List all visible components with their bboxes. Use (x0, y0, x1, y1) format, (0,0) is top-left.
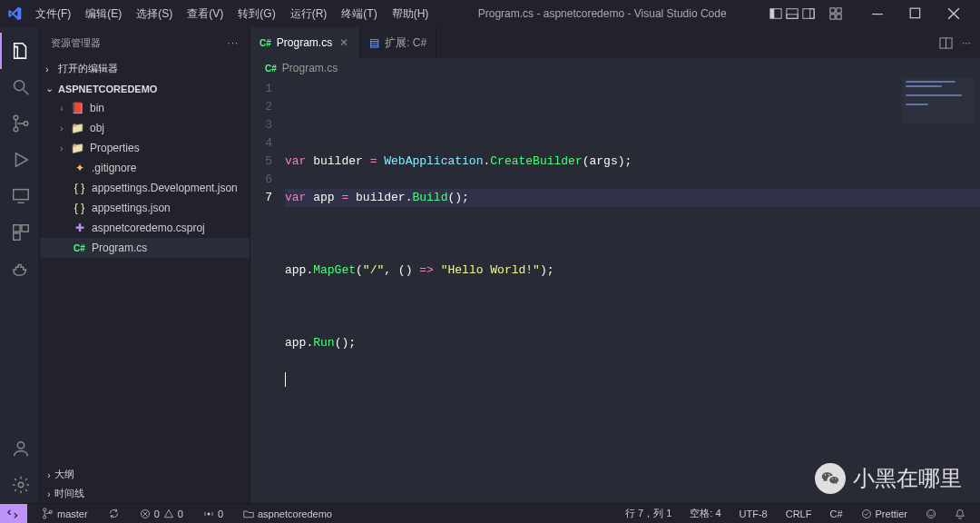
window-maximize[interactable] (897, 0, 935, 27)
status-prettier[interactable]: Prettier (856, 508, 913, 519)
menu-edit[interactable]: 编辑(E) (79, 3, 128, 25)
activity-settings[interactable] (0, 467, 40, 503)
file-program-cs[interactable]: C#Program.cs (40, 238, 250, 258)
status-folder[interactable]: aspnetcoredemo (238, 508, 338, 519)
chevron-down-icon: ⌄ (45, 83, 54, 94)
split-editor-icon[interactable] (939, 36, 953, 50)
activity-remote[interactable] (0, 178, 40, 214)
svg-rect-7 (837, 8, 841, 13)
code-content[interactable]: var builder = WebApplication.CreateBuild… (285, 78, 980, 503)
tab-program-cs[interactable]: C# Program.cs ✕ (250, 27, 360, 58)
activity-docker[interactable] (0, 251, 40, 287)
folder-icon: 📁 (71, 122, 84, 135)
file-gitignore[interactable]: ✦.gitignore (40, 158, 250, 178)
folder-properties[interactable]: ›📁Properties (40, 138, 250, 158)
status-feedback[interactable] (920, 508, 942, 519)
status-encoding[interactable]: UTF-8 (734, 508, 773, 519)
menu-goto[interactable]: 转到(G) (231, 3, 281, 25)
open-editors-label: 打开的编辑器 (58, 62, 118, 75)
main-menu: 文件(F) 编辑(E) 选择(S) 查看(V) 转到(G) 运行(R) 终端(T… (29, 3, 435, 25)
csproj-icon: ✚ (73, 222, 86, 235)
svg-rect-8 (830, 15, 835, 19)
menu-select[interactable]: 选择(S) (130, 3, 179, 25)
toggle-panel-icon[interactable] (786, 7, 799, 20)
status-sync[interactable] (103, 508, 125, 519)
file-csproj[interactable]: ✚aspnetcoredemo.csproj (40, 218, 250, 238)
svg-point-14 (14, 127, 18, 132)
breadcrumb[interactable]: C# Program.cs (250, 58, 980, 78)
menu-run[interactable]: 运行(R) (284, 3, 334, 25)
menu-view[interactable]: 查看(V) (181, 3, 230, 25)
svg-rect-18 (21, 225, 27, 232)
activity-explorer[interactable] (0, 33, 40, 69)
tab-ext-csharp[interactable]: ▤ 扩展: C# (360, 27, 436, 58)
status-bar: master 0 0 0 aspnetcoredemo 行 7，列 1 空格: … (0, 503, 980, 523)
text-cursor (285, 372, 286, 387)
toggle-primary-sidebar-icon[interactable] (769, 7, 782, 20)
window-minimize[interactable] (858, 0, 897, 27)
pane-open-editors[interactable]: › 打开的编辑器 (40, 58, 250, 79)
svg-point-21 (18, 482, 24, 488)
activity-extensions[interactable] (0, 214, 40, 251)
editor-area: C# Program.cs ✕ ▤ 扩展: C# ··· C# Program.… (250, 27, 980, 503)
radio-icon (203, 508, 214, 519)
activity-run-debug[interactable] (0, 142, 40, 178)
folder-bin[interactable]: ›📕bin (40, 98, 250, 118)
toggle-secondary-sidebar-icon[interactable] (802, 7, 815, 20)
minimap[interactable] (902, 78, 975, 123)
status-notifications[interactable] (949, 508, 971, 519)
extension-icon: ▤ (369, 36, 379, 49)
file-appsettings[interactable]: { }appsettings.json (40, 198, 250, 218)
title-right-icons (769, 0, 973, 27)
pane-timeline[interactable]: ›时间线 (40, 484, 250, 503)
svg-point-24 (44, 508, 46, 511)
svg-rect-3 (787, 15, 798, 18)
csharp-icon: C# (260, 38, 271, 48)
menu-help[interactable]: 帮助(H) (386, 3, 436, 25)
svg-point-13 (14, 115, 18, 120)
remote-indicator[interactable] (0, 504, 27, 524)
code-editor[interactable]: 1234567 var builder = WebApplication.Cre… (250, 78, 980, 503)
svg-rect-16 (13, 190, 28, 200)
menu-file[interactable]: 文件(F) (29, 3, 77, 25)
folder-obj[interactable]: ›📁obj (40, 118, 250, 138)
editor-tabs: C# Program.cs ✕ ▤ 扩展: C# ··· (250, 27, 980, 58)
file-appsettings-dev[interactable]: { }appsettings.Development.json (40, 178, 250, 198)
status-branch[interactable]: master (36, 508, 93, 519)
pane-outline[interactable]: ›大纲 (40, 465, 250, 484)
status-spaces[interactable]: 空格: 4 (684, 507, 726, 520)
explorer-title: 资源管理器 (51, 36, 101, 50)
svg-rect-4 (803, 9, 814, 19)
csharp-icon: C# (265, 64, 277, 74)
svg-rect-19 (13, 233, 19, 240)
svg-rect-2 (787, 9, 798, 19)
sidebar-more-icon[interactable]: ··· (228, 37, 239, 48)
status-language[interactable]: C# (824, 508, 848, 519)
close-icon[interactable]: ✕ (338, 36, 350, 49)
status-eol[interactable]: CRLF (780, 508, 818, 519)
vscode-logo-icon (7, 6, 22, 21)
svg-point-30 (927, 509, 936, 518)
activity-source-control[interactable] (0, 105, 40, 142)
svg-rect-10 (872, 14, 883, 15)
svg-rect-5 (810, 9, 814, 19)
status-lncol[interactable]: 行 7，列 1 (620, 507, 677, 520)
chevron-right-icon: › (47, 488, 51, 499)
activity-search[interactable] (0, 69, 40, 105)
title-bar: 文件(F) 编辑(E) 选择(S) 查看(V) 转到(G) 运行(R) 终端(T… (0, 0, 980, 27)
menu-terminal[interactable]: 终端(T) (335, 3, 383, 25)
svg-rect-6 (830, 8, 835, 13)
breadcrumb-file: Program.cs (282, 62, 338, 74)
more-actions-icon[interactable]: ··· (962, 36, 971, 49)
folder-icon: 📁 (71, 142, 84, 155)
activity-account[interactable] (0, 430, 40, 467)
customize-layout-icon[interactable] (829, 7, 842, 20)
status-ports[interactable]: 0 (198, 508, 229, 519)
svg-rect-11 (910, 8, 920, 18)
status-problems[interactable]: 0 0 (134, 508, 189, 519)
svg-rect-9 (837, 15, 841, 19)
folder-icon (243, 508, 254, 519)
window-close[interactable] (935, 0, 973, 27)
pane-project[interactable]: ⌄ ASPNETCOREDEMO (40, 79, 250, 98)
svg-point-29 (862, 509, 870, 518)
